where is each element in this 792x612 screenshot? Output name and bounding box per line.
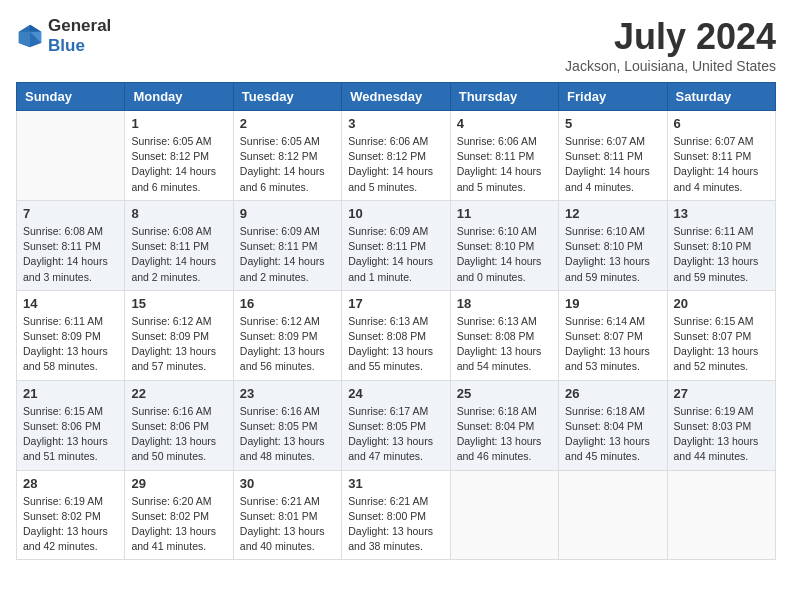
calendar-cell [450, 470, 558, 560]
day-number: 9 [240, 206, 335, 221]
day-number: 17 [348, 296, 443, 311]
day-number: 18 [457, 296, 552, 311]
day-number: 10 [348, 206, 443, 221]
calendar-cell: 23Sunrise: 6:16 AMSunset: 8:05 PMDayligh… [233, 380, 341, 470]
header-day-wednesday: Wednesday [342, 83, 450, 111]
day-info: Sunrise: 6:18 AMSunset: 8:04 PMDaylight:… [457, 404, 552, 465]
day-info: Sunrise: 6:12 AMSunset: 8:09 PMDaylight:… [240, 314, 335, 375]
day-info: Sunrise: 6:15 AMSunset: 8:06 PMDaylight:… [23, 404, 118, 465]
calendar-week-row: 1Sunrise: 6:05 AMSunset: 8:12 PMDaylight… [17, 111, 776, 201]
day-info: Sunrise: 6:05 AMSunset: 8:12 PMDaylight:… [240, 134, 335, 195]
calendar-week-row: 7Sunrise: 6:08 AMSunset: 8:11 PMDaylight… [17, 200, 776, 290]
logo: General Blue [16, 16, 111, 56]
calendar-cell: 5Sunrise: 6:07 AMSunset: 8:11 PMDaylight… [559, 111, 667, 201]
calendar-cell: 20Sunrise: 6:15 AMSunset: 8:07 PMDayligh… [667, 290, 775, 380]
day-info: Sunrise: 6:09 AMSunset: 8:11 PMDaylight:… [240, 224, 335, 285]
calendar-cell: 12Sunrise: 6:10 AMSunset: 8:10 PMDayligh… [559, 200, 667, 290]
day-number: 12 [565, 206, 660, 221]
day-info: Sunrise: 6:21 AMSunset: 8:00 PMDaylight:… [348, 494, 443, 555]
day-number: 4 [457, 116, 552, 131]
calendar-header-row: SundayMondayTuesdayWednesdayThursdayFrid… [17, 83, 776, 111]
calendar-cell: 24Sunrise: 6:17 AMSunset: 8:05 PMDayligh… [342, 380, 450, 470]
calendar-cell: 2Sunrise: 6:05 AMSunset: 8:12 PMDaylight… [233, 111, 341, 201]
subtitle: Jackson, Louisiana, United States [565, 58, 776, 74]
day-number: 11 [457, 206, 552, 221]
day-info: Sunrise: 6:15 AMSunset: 8:07 PMDaylight:… [674, 314, 769, 375]
day-number: 31 [348, 476, 443, 491]
day-info: Sunrise: 6:07 AMSunset: 8:11 PMDaylight:… [565, 134, 660, 195]
header-day-monday: Monday [125, 83, 233, 111]
header-day-friday: Friday [559, 83, 667, 111]
calendar-cell: 26Sunrise: 6:18 AMSunset: 8:04 PMDayligh… [559, 380, 667, 470]
day-info: Sunrise: 6:06 AMSunset: 8:12 PMDaylight:… [348, 134, 443, 195]
header-day-tuesday: Tuesday [233, 83, 341, 111]
day-number: 5 [565, 116, 660, 131]
calendar-table: SundayMondayTuesdayWednesdayThursdayFrid… [16, 82, 776, 560]
calendar-cell: 31Sunrise: 6:21 AMSunset: 8:00 PMDayligh… [342, 470, 450, 560]
day-info: Sunrise: 6:07 AMSunset: 8:11 PMDaylight:… [674, 134, 769, 195]
calendar-cell: 28Sunrise: 6:19 AMSunset: 8:02 PMDayligh… [17, 470, 125, 560]
day-number: 6 [674, 116, 769, 131]
calendar-cell: 29Sunrise: 6:20 AMSunset: 8:02 PMDayligh… [125, 470, 233, 560]
logo-blue-text: Blue [48, 36, 85, 55]
day-number: 19 [565, 296, 660, 311]
day-number: 23 [240, 386, 335, 401]
day-info: Sunrise: 6:06 AMSunset: 8:11 PMDaylight:… [457, 134, 552, 195]
calendar-cell: 16Sunrise: 6:12 AMSunset: 8:09 PMDayligh… [233, 290, 341, 380]
day-info: Sunrise: 6:11 AMSunset: 8:10 PMDaylight:… [674, 224, 769, 285]
day-info: Sunrise: 6:13 AMSunset: 8:08 PMDaylight:… [348, 314, 443, 375]
day-info: Sunrise: 6:16 AMSunset: 8:06 PMDaylight:… [131, 404, 226, 465]
calendar-week-row: 14Sunrise: 6:11 AMSunset: 8:09 PMDayligh… [17, 290, 776, 380]
day-info: Sunrise: 6:14 AMSunset: 8:07 PMDaylight:… [565, 314, 660, 375]
day-info: Sunrise: 6:12 AMSunset: 8:09 PMDaylight:… [131, 314, 226, 375]
calendar-cell: 4Sunrise: 6:06 AMSunset: 8:11 PMDaylight… [450, 111, 558, 201]
day-info: Sunrise: 6:19 AMSunset: 8:02 PMDaylight:… [23, 494, 118, 555]
day-info: Sunrise: 6:21 AMSunset: 8:01 PMDaylight:… [240, 494, 335, 555]
day-number: 8 [131, 206, 226, 221]
day-number: 14 [23, 296, 118, 311]
title-area: July 2024 Jackson, Louisiana, United Sta… [565, 16, 776, 74]
day-number: 16 [240, 296, 335, 311]
day-info: Sunrise: 6:09 AMSunset: 8:11 PMDaylight:… [348, 224, 443, 285]
calendar-cell [559, 470, 667, 560]
calendar-cell: 1Sunrise: 6:05 AMSunset: 8:12 PMDaylight… [125, 111, 233, 201]
day-info: Sunrise: 6:18 AMSunset: 8:04 PMDaylight:… [565, 404, 660, 465]
day-number: 28 [23, 476, 118, 491]
calendar-cell: 8Sunrise: 6:08 AMSunset: 8:11 PMDaylight… [125, 200, 233, 290]
main-title: July 2024 [565, 16, 776, 58]
day-info: Sunrise: 6:10 AMSunset: 8:10 PMDaylight:… [457, 224, 552, 285]
header-day-thursday: Thursday [450, 83, 558, 111]
day-number: 22 [131, 386, 226, 401]
calendar-cell: 11Sunrise: 6:10 AMSunset: 8:10 PMDayligh… [450, 200, 558, 290]
day-number: 26 [565, 386, 660, 401]
calendar-cell: 30Sunrise: 6:21 AMSunset: 8:01 PMDayligh… [233, 470, 341, 560]
calendar-cell: 19Sunrise: 6:14 AMSunset: 8:07 PMDayligh… [559, 290, 667, 380]
calendar-cell [667, 470, 775, 560]
day-info: Sunrise: 6:19 AMSunset: 8:03 PMDaylight:… [674, 404, 769, 465]
header-day-sunday: Sunday [17, 83, 125, 111]
calendar-cell: 13Sunrise: 6:11 AMSunset: 8:10 PMDayligh… [667, 200, 775, 290]
day-number: 24 [348, 386, 443, 401]
day-number: 3 [348, 116, 443, 131]
day-number: 27 [674, 386, 769, 401]
header: General Blue July 2024 Jackson, Louisian… [16, 16, 776, 74]
day-info: Sunrise: 6:20 AMSunset: 8:02 PMDaylight:… [131, 494, 226, 555]
day-number: 13 [674, 206, 769, 221]
day-number: 29 [131, 476, 226, 491]
day-number: 30 [240, 476, 335, 491]
calendar-cell: 7Sunrise: 6:08 AMSunset: 8:11 PMDaylight… [17, 200, 125, 290]
day-info: Sunrise: 6:17 AMSunset: 8:05 PMDaylight:… [348, 404, 443, 465]
calendar-cell: 25Sunrise: 6:18 AMSunset: 8:04 PMDayligh… [450, 380, 558, 470]
calendar-cell: 10Sunrise: 6:09 AMSunset: 8:11 PMDayligh… [342, 200, 450, 290]
day-info: Sunrise: 6:16 AMSunset: 8:05 PMDaylight:… [240, 404, 335, 465]
calendar-cell: 14Sunrise: 6:11 AMSunset: 8:09 PMDayligh… [17, 290, 125, 380]
calendar-cell [17, 111, 125, 201]
logo-icon [16, 22, 44, 50]
day-number: 20 [674, 296, 769, 311]
day-number: 1 [131, 116, 226, 131]
svg-marker-3 [19, 32, 30, 47]
svg-marker-1 [30, 25, 41, 32]
day-number: 7 [23, 206, 118, 221]
day-number: 25 [457, 386, 552, 401]
calendar-cell: 6Sunrise: 6:07 AMSunset: 8:11 PMDaylight… [667, 111, 775, 201]
